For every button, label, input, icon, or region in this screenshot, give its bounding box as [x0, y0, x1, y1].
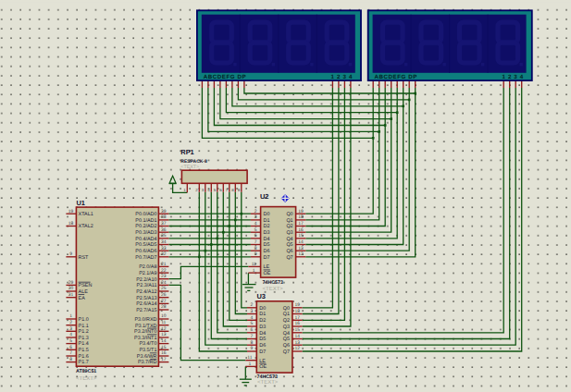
svg-text:Q2: Q2: [286, 224, 292, 229]
svg-text:17: 17: [161, 357, 167, 362]
svg-text:Q4: Q4: [286, 237, 292, 242]
svg-text:31: 31: [68, 292, 74, 298]
svg-text:13: 13: [298, 246, 304, 251]
svg-text:P1.5: P1.5: [79, 348, 89, 353]
svg-text:D2: D2: [264, 224, 270, 229]
svg-text:24: 24: [161, 280, 167, 286]
svg-text:12: 12: [161, 326, 167, 332]
svg-text:P0.2/AD2: P0.2/AD2: [135, 224, 156, 229]
svg-text:8: 8: [69, 357, 72, 362]
svg-text:38: 38: [161, 214, 167, 220]
svg-text:P3.6/WR: P3.6/WR: [137, 354, 157, 360]
svg-text:ABCDEFG DP: ABCDEFG DP: [204, 74, 246, 80]
svg-text:2: 2: [254, 209, 257, 214]
svg-text:Q5: Q5: [286, 242, 292, 248]
svg-text:8: 8: [254, 246, 257, 251]
svg-text:18: 18: [295, 309, 301, 314]
svg-text:19: 19: [68, 209, 74, 214]
svg-text:74HC573: 74HC573: [263, 280, 283, 286]
svg-text:<TEXT>: <TEXT>: [257, 379, 279, 386]
svg-text:14: 14: [298, 239, 304, 245]
svg-text:D6: D6: [264, 249, 270, 254]
svg-text:D2: D2: [259, 318, 266, 324]
svg-text:P2.0/A8: P2.0/A8: [139, 264, 156, 270]
svg-text:P3.4/T0: P3.4/T0: [140, 341, 157, 347]
svg-text:Q0: Q0: [286, 212, 292, 217]
svg-text:7: 7: [254, 239, 257, 245]
svg-text:P1.4: P1.4: [79, 341, 89, 347]
svg-text:D5: D5: [259, 337, 266, 342]
svg-text:15: 15: [295, 327, 301, 333]
svg-text:17: 17: [295, 315, 301, 321]
svg-text:AT89C51: AT89C51: [76, 369, 96, 374]
svg-text:<TEXT>: <TEXT>: [180, 165, 199, 170]
svg-text:RST: RST: [79, 255, 89, 261]
svg-text:P0.1/AD1: P0.1/AD1: [135, 218, 156, 224]
svg-text:29: 29: [68, 280, 74, 286]
svg-text:14: 14: [161, 338, 167, 344]
svg-text:LE: LE: [264, 264, 270, 270]
svg-text:21: 21: [161, 262, 167, 267]
svg-text:1: 1: [253, 268, 255, 274]
svg-text:P2.4/A12: P2.4/A12: [136, 289, 156, 295]
svg-text:Q2: Q2: [283, 318, 290, 324]
svg-text:26: 26: [161, 292, 167, 298]
svg-text:37: 37: [161, 221, 167, 227]
svg-text:4: 4: [69, 332, 72, 337]
svg-text:25: 25: [161, 286, 167, 291]
svg-text:D5: D5: [264, 242, 270, 248]
svg-text:OE: OE: [259, 364, 267, 370]
svg-text:LE: LE: [259, 359, 266, 364]
svg-text:13: 13: [161, 332, 167, 337]
svg-text:28: 28: [161, 304, 167, 310]
svg-text:U1: U1: [77, 199, 85, 207]
svg-text:39: 39: [161, 209, 167, 214]
svg-text:OE: OE: [264, 271, 271, 276]
svg-text:P1.2: P1.2: [79, 329, 89, 335]
svg-text:Q6: Q6: [283, 343, 290, 349]
svg-text:36: 36: [161, 227, 167, 233]
svg-text:P2.6/A14: P2.6/A14: [136, 301, 156, 307]
svg-text:9: 9: [251, 346, 254, 351]
svg-text:XTAL2: XTAL2: [79, 224, 93, 229]
svg-text:Q1: Q1: [286, 218, 292, 224]
svg-text:Q1: Q1: [283, 312, 290, 317]
svg-text:RP1: RP1: [180, 148, 193, 156]
svg-text:11: 11: [247, 355, 252, 361]
svg-text:U2: U2: [260, 192, 268, 201]
svg-text:6: 6: [254, 233, 257, 239]
svg-text:7: 7: [251, 334, 254, 339]
svg-text:P3.1/TXD: P3.1/TXD: [135, 324, 156, 329]
svg-text:17: 17: [298, 221, 304, 227]
svg-text:23: 23: [161, 274, 167, 279]
svg-text:P1.1: P1.1: [79, 324, 89, 329]
svg-text:D7: D7: [259, 349, 266, 355]
svg-text:16: 16: [295, 321, 301, 326]
svg-text:<TEXT>: <TEXT>: [76, 375, 97, 382]
svg-text:Q7: Q7: [283, 349, 290, 355]
svg-text:6: 6: [69, 345, 72, 350]
svg-text:P3.2/INT0: P3.2/INT0: [134, 329, 156, 335]
svg-text:P2.5/A13: P2.5/A13: [136, 296, 156, 301]
svg-text:8: 8: [251, 340, 254, 346]
svg-text:P3.0/RXD: P3.0/RXD: [134, 317, 156, 323]
svg-text:19: 19: [295, 302, 301, 308]
svg-text:4: 4: [251, 315, 254, 321]
svg-text:P0.4/AD4: P0.4/AD4: [135, 237, 156, 242]
svg-text:ALE: ALE: [79, 289, 89, 295]
svg-text:1234: 1234: [502, 74, 526, 80]
svg-text:P3.3/INT1: P3.3/INT1: [134, 336, 156, 341]
svg-text:P2.2/A10: P2.2/A10: [136, 277, 156, 283]
svg-text:7: 7: [69, 350, 72, 356]
svg-text:P1.6: P1.6: [79, 354, 89, 360]
svg-text:D3: D3: [259, 325, 266, 330]
svg-text:Q3: Q3: [283, 325, 290, 330]
svg-text:16: 16: [298, 227, 304, 233]
svg-text:19: 19: [298, 209, 304, 214]
svg-text:D0: D0: [264, 212, 270, 217]
svg-text:Q4: Q4: [283, 331, 290, 337]
svg-text:P0.5/AD5: P0.5/AD5: [135, 242, 156, 248]
svg-text:15: 15: [298, 233, 304, 239]
svg-text:4: 4: [254, 221, 257, 227]
svg-text:D4: D4: [264, 237, 270, 242]
